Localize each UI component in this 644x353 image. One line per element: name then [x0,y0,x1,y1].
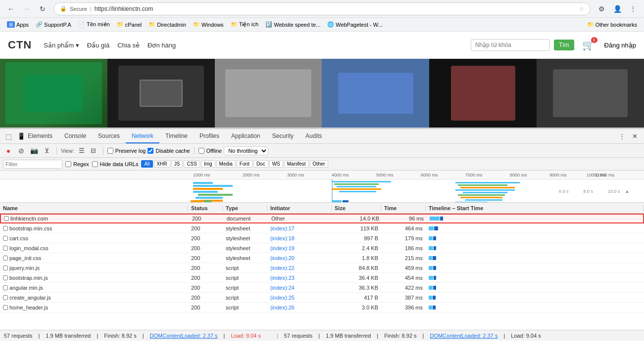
status-dom-loaded-2[interactable]: DOMContentLoaded: 2.37 s [430,333,497,339]
row-checkbox-1[interactable] [3,226,8,231]
bookmark-windows[interactable]: 📁 Windows [190,20,227,29]
view-large-button[interactable]: ⊟ [88,145,99,156]
row-checkbox-4[interactable] [3,256,8,261]
filter-ws-button[interactable]: WS [269,160,283,168]
bookmark-speed[interactable]: 🅿️ Website speed te... [262,20,323,29]
tab-security[interactable]: Security [266,129,299,143]
header-type[interactable]: Type [223,205,267,211]
filter-xhr-button[interactable]: XHR [154,160,170,168]
table-row[interactable]: jquery.min.js 200 script (index):22 84.8… [0,263,644,273]
row-checkbox-3[interactable] [3,246,8,251]
address-bar[interactable]: 🔒 Secure | https://linhkienctn.com ☆ [53,2,591,15]
nav-donhang[interactable]: Đơn hàng [148,42,176,49]
status-dom-loaded[interactable]: DOMContentLoaded: 2.37 s [150,333,218,339]
row-initiator-9[interactable]: (index):26 [267,305,332,310]
preserve-log-checkbox[interactable] [107,148,113,154]
filter-img-button[interactable]: Img [201,160,215,168]
table-row[interactable]: linhkienctn.com 200 document Other 14.0 … [0,214,644,223]
back-button[interactable]: ← [4,2,18,16]
row-initiator-2[interactable]: (index):18 [267,235,332,241]
bookmark-webpagetest[interactable]: 🌐 WebPagetest - W... [324,20,386,29]
tab-sources[interactable]: Sources [92,129,126,143]
extensions-button[interactable]: ⚙ [594,2,608,16]
nav-sanpham[interactable]: Sản phẩm ▾ [44,42,79,49]
devtools-close-button[interactable]: ✕ [629,131,640,142]
tab-console[interactable]: Console [58,129,92,143]
row-checkbox-5[interactable] [3,265,8,270]
row-initiator-8[interactable]: (index):25 [267,295,332,301]
hide-data-checkbox[interactable] [92,161,98,167]
filter-manifest-button[interactable]: Manifest [284,160,309,168]
row-checkbox-0[interactable] [4,216,9,221]
table-row[interactable]: cart.css 200 stylesheet (index):18 997 B… [0,233,644,243]
bookmark-cpanel[interactable]: 📁 cPanel [114,20,145,29]
forward-button[interactable]: → [20,2,34,16]
offline-checkbox[interactable] [198,148,204,154]
table-row[interactable]: create_angular.js 200 script (index):25 … [0,293,644,303]
profile-button[interactable]: 👤 [610,2,624,16]
bookmark-star-icon[interactable]: ☆ [579,5,584,12]
filter-input[interactable] [3,160,62,169]
bookmark-other[interactable]: 📁 Other bookmarks [584,20,640,29]
stop-button[interactable]: ⊘ [16,145,27,156]
tab-profiles[interactable]: Profiles [194,129,225,143]
table-row[interactable]: bootstrap.min.js 200 script (index):23 3… [0,273,644,283]
tab-audits[interactable]: Audits [299,129,328,143]
throttle-select[interactable]: No throttling [224,146,268,155]
disable-cache-checkbox[interactable] [148,148,153,154]
search-button[interactable]: Tìm [554,40,574,50]
row-initiator-3[interactable]: (index):19 [267,245,332,251]
nav-daugia[interactable]: Đấu giá [87,42,110,49]
filter-button[interactable]: ⊻ [42,145,52,156]
row-initiator-4[interactable]: (index):20 [267,255,332,261]
table-row[interactable]: home_header.js 200 script (index):26 3.0… [0,303,644,312]
filter-doc-button[interactable]: Doc [253,160,268,168]
tab-timeline[interactable]: Timeline [159,129,194,143]
bookmark-support[interactable]: 🔗 SupportP.A [33,20,74,29]
bookmark-apps[interactable]: ⊞ Apps [4,20,32,29]
table-row[interactable]: login_modal.css 200 stylesheet (index):1… [0,243,644,253]
refresh-button[interactable]: ↻ [36,2,50,16]
header-time[interactable]: Time [381,205,426,211]
row-initiator-1[interactable]: (index):17 [267,225,332,231]
filter-other-button[interactable]: Other [310,160,328,168]
table-row[interactable]: page_init.css 200 stylesheet (index):20 … [0,253,644,263]
header-timeline[interactable]: Timeline – Start Time [426,205,644,211]
bookmark-directadmin[interactable]: 📁 Directadmin [146,20,189,29]
header-size[interactable]: Size [332,205,381,211]
row-checkbox-8[interactable] [3,295,8,300]
device-toggle-button[interactable]: 📱 [16,131,27,142]
filter-css-button[interactable]: CSS [184,160,200,168]
filter-all-button[interactable]: All [141,160,152,168]
login-button[interactable]: Đăng nhập [604,42,636,49]
row-checkbox-7[interactable] [3,285,8,290]
row-initiator-5[interactable]: (index):22 [267,265,332,271]
devtools-more-button[interactable]: ⋮ [616,131,627,142]
record-button[interactable]: ● [3,145,14,156]
bookmark-tienich[interactable]: 📁 Tiện ích [228,20,262,29]
search-input[interactable] [471,39,550,51]
bookmark-domain[interactable]: 📄 Tên miền [75,20,113,29]
table-row[interactable]: angular.min.js 200 script (index):24 36.… [0,283,644,293]
row-checkbox-9[interactable] [3,305,8,310]
filter-media-button[interactable]: Media [216,160,236,168]
header-status[interactable]: Status [188,205,223,211]
row-initiator-6[interactable]: (index):23 [267,275,332,281]
row-checkbox-6[interactable] [3,275,8,280]
header-initiator[interactable]: Initiator [267,205,332,211]
filter-font-button[interactable]: Font [237,160,252,168]
view-list-button[interactable]: ☰ [76,145,87,156]
table-row[interactable]: bootstrap.min.css 200 stylesheet (index)… [0,223,644,233]
inspect-element-button[interactable]: ⬚ [3,131,14,142]
tab-application[interactable]: Application [225,129,266,143]
row-timeline-1 [426,225,644,231]
nav-chiase[interactable]: Chia sẻ [117,42,140,49]
filter-js-button[interactable]: JS [171,160,183,168]
regex-checkbox[interactable] [65,161,71,167]
header-name[interactable]: Name [0,205,188,211]
menu-button[interactable]: ⋮ [626,2,640,16]
screenshot-button[interactable]: 📷 [29,145,40,156]
row-checkbox-2[interactable] [3,236,8,241]
tab-network[interactable]: Network [126,129,159,143]
row-initiator-7[interactable]: (index):24 [267,285,332,291]
